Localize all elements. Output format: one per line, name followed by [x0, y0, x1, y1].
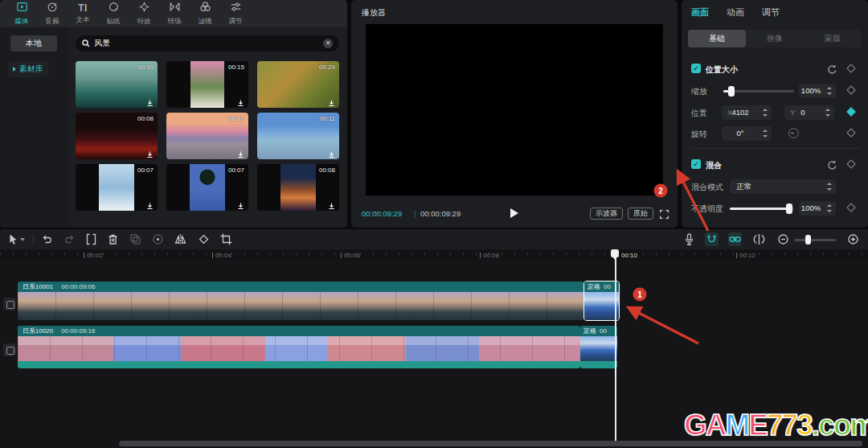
position-y-box[interactable]: Y 0 — [784, 105, 834, 120]
video-preview[interactable] — [366, 24, 663, 195]
download-icon[interactable] — [236, 199, 245, 208]
download-icon[interactable] — [327, 148, 336, 157]
copy-icon[interactable] — [129, 232, 142, 246]
delete-icon[interactable] — [106, 232, 120, 246]
ruler-label: 00:04 — [215, 252, 231, 259]
download-icon[interactable] — [236, 97, 245, 105]
scale-label: 缩放 — [691, 86, 707, 97]
freeze-frame-icon[interactable] — [151, 232, 165, 246]
blend-mode-dropdown[interactable]: 正常 — [730, 179, 836, 194]
keyframe-diamond-icon[interactable] — [846, 159, 855, 168]
clip-name: 定格 — [583, 327, 596, 335]
snap-magnet-icon[interactable] — [705, 232, 719, 246]
undo-icon[interactable] — [40, 232, 54, 246]
track1-toggle-icon[interactable] — [3, 298, 16, 310]
preview-axis-icon[interactable] — [752, 232, 766, 246]
blend-checkbox[interactable]: ✓ — [691, 159, 701, 169]
media-item[interactable]: 00:08 — [257, 164, 339, 211]
track2-toggle-icon[interactable] — [3, 343, 16, 356]
subtab-cutout[interactable]: 抠像 — [746, 30, 804, 47]
tab-audio[interactable]: 音频 — [37, 1, 68, 27]
clip-track2-freeze[interactable]: 定格 00 — [580, 326, 617, 368]
scope-button[interactable]: 示波器 — [590, 208, 623, 220]
rotate-icon[interactable] — [197, 232, 211, 246]
tab-transition[interactable]: 转场 — [159, 1, 190, 27]
zoom-out-icon[interactable] — [776, 232, 790, 246]
subtab-basic[interactable]: 基础 — [688, 30, 746, 47]
playhead-handle[interactable] — [611, 249, 619, 257]
stepper-icon[interactable] — [762, 108, 768, 117]
keyframe-diamond-icon-active[interactable] — [846, 107, 855, 116]
tab-media[interactable]: 媒体 — [6, 1, 37, 27]
tab-picture[interactable]: 画面 — [691, 6, 709, 18]
tab-animation[interactable]: 动画 — [727, 6, 744, 18]
sidebar-item-local[interactable]: 本地 — [10, 35, 57, 51]
keyframe-diamond-icon[interactable] — [846, 85, 855, 94]
tab-filter[interactable]: 滤镜 — [190, 1, 220, 27]
chevron-down-icon[interactable] — [20, 238, 25, 241]
sidebar-item-library[interactable]: 素材库 — [8, 61, 48, 77]
tab-effects[interactable]: 特效 — [129, 1, 159, 27]
playhead-line[interactable] — [615, 249, 616, 446]
media-item[interactable]: 00:10 — [76, 61, 158, 108]
media-item[interactable]: 00:29 — [257, 61, 339, 108]
blend-mode-label: 混合模式 — [691, 182, 723, 193]
stepper-icon[interactable] — [826, 182, 833, 191]
stepper-icon[interactable] — [825, 108, 831, 117]
split-icon[interactable] — [84, 232, 98, 246]
opacity-value-box[interactable]: 100% — [799, 201, 836, 216]
timeline-zoom-slider[interactable] — [794, 239, 836, 241]
rotation-value: 0° — [722, 129, 759, 138]
stepper-icon[interactable] — [826, 203, 833, 213]
position-size-checkbox[interactable]: ✓ — [691, 64, 701, 73]
download-icon[interactable] — [145, 148, 154, 157]
scale-value-box[interactable]: 100% — [799, 84, 836, 98]
scale-slider[interactable] — [723, 90, 794, 92]
download-icon[interactable] — [145, 97, 154, 105]
timeline-toolbar — [0, 229, 868, 249]
download-icon[interactable] — [327, 97, 336, 105]
keyframe-diamond-icon[interactable] — [846, 203, 855, 212]
clip-track1[interactable]: 日系10001 00:00:09:06 — [18, 282, 584, 320]
search-bar[interactable]: 风景 ✕ — [76, 35, 339, 51]
stepper-icon[interactable] — [826, 86, 833, 96]
reset-icon[interactable] — [827, 64, 837, 74]
search-input[interactable]: 风景 — [94, 38, 319, 49]
opacity-slider[interactable] — [730, 208, 794, 210]
tab-adjust[interactable]: 调节 — [220, 1, 251, 27]
position-x-box[interactable]: X 4102 — [722, 105, 772, 120]
rotation-dial-icon[interactable] — [788, 128, 799, 138]
link-icon[interactable] — [728, 232, 742, 246]
media-item[interactable]: 00:08 — [76, 113, 158, 159]
media-item[interactable]: 00:10 — [166, 113, 248, 159]
tab-text[interactable]: TI 文本 — [68, 2, 98, 25]
download-icon[interactable] — [145, 199, 154, 208]
stepper-icon[interactable] — [762, 129, 768, 138]
media-item[interactable]: 00:15 — [166, 61, 248, 108]
reset-icon[interactable] — [827, 159, 837, 170]
media-item[interactable]: 00:07 — [166, 164, 248, 211]
play-button[interactable] — [510, 208, 518, 218]
tab-adjust-panel[interactable]: 调节 — [762, 6, 780, 18]
media-item[interactable]: 00:11 — [257, 113, 339, 159]
download-icon[interactable] — [327, 199, 336, 208]
media-panel: 媒体 音频 TI 文本 贴纸 特效 转场 — [0, 0, 347, 228]
timeline-ruler[interactable]: 00:02 00:04 00:06 00:08 00:10 00:12 — [0, 249, 868, 261]
tab-sticker[interactable]: 贴纸 — [98, 1, 129, 27]
zoom-in-icon[interactable] — [846, 232, 860, 246]
media-item[interactable]: 00:07 — [76, 164, 158, 211]
keyframe-diamond-icon[interactable] — [846, 64, 855, 72]
clear-search-icon[interactable]: ✕ — [323, 39, 333, 48]
mirror-icon[interactable] — [174, 232, 187, 246]
fullscreen-icon[interactable] — [659, 208, 669, 219]
original-button[interactable]: 原始 — [628, 208, 653, 220]
subtab-mask[interactable]: 蒙版 — [804, 30, 862, 47]
select-tool-icon[interactable] — [6, 232, 20, 246]
keyframe-diamond-icon[interactable] — [846, 128, 855, 137]
download-icon[interactable] — [236, 148, 245, 157]
crop-icon[interactable] — [219, 232, 233, 246]
record-voiceover-icon[interactable] — [682, 232, 696, 246]
rotation-value-box[interactable]: 0° — [722, 126, 772, 141]
redo-icon[interactable] — [63, 232, 76, 246]
clip-track2[interactable]: 日系10020 00:00:09:16 — [18, 326, 580, 368]
